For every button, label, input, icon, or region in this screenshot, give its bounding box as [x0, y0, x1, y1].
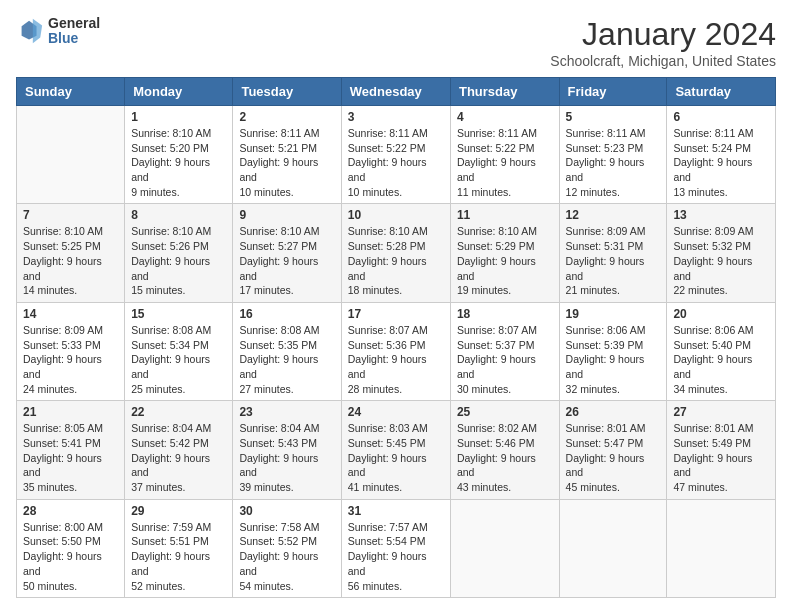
- weekday-header-tuesday: Tuesday: [233, 78, 341, 106]
- calendar-cell: 26 Sunrise: 8:01 AMSunset: 5:47 PMDaylig…: [559, 401, 667, 499]
- day-number: 10: [348, 208, 444, 222]
- logo-text: General Blue: [48, 16, 100, 47]
- day-info: Sunrise: 8:09 AMSunset: 5:33 PMDaylight:…: [23, 323, 118, 396]
- calendar-table: SundayMondayTuesdayWednesdayThursdayFrid…: [16, 77, 776, 598]
- weekday-header-thursday: Thursday: [450, 78, 559, 106]
- calendar-cell: 4 Sunrise: 8:11 AMSunset: 5:22 PMDayligh…: [450, 106, 559, 204]
- day-number: 26: [566, 405, 661, 419]
- day-number: 5: [566, 110, 661, 124]
- weekday-header-monday: Monday: [125, 78, 233, 106]
- day-info: Sunrise: 8:08 AMSunset: 5:34 PMDaylight:…: [131, 323, 226, 396]
- day-number: 6: [673, 110, 769, 124]
- day-number: 29: [131, 504, 226, 518]
- calendar-cell: 18 Sunrise: 8:07 AMSunset: 5:37 PMDaylig…: [450, 302, 559, 400]
- calendar-cell: 8 Sunrise: 8:10 AMSunset: 5:26 PMDayligh…: [125, 204, 233, 302]
- calendar-cell: 13 Sunrise: 8:09 AMSunset: 5:32 PMDaylig…: [667, 204, 776, 302]
- day-info: Sunrise: 8:02 AMSunset: 5:46 PMDaylight:…: [457, 421, 553, 494]
- weekday-header-sunday: Sunday: [17, 78, 125, 106]
- logo-general-text: General: [48, 16, 100, 31]
- day-info: Sunrise: 8:11 AMSunset: 5:21 PMDaylight:…: [239, 126, 334, 199]
- day-number: 8: [131, 208, 226, 222]
- week-row-1: 1 Sunrise: 8:10 AMSunset: 5:20 PMDayligh…: [17, 106, 776, 204]
- calendar-cell: 15 Sunrise: 8:08 AMSunset: 5:34 PMDaylig…: [125, 302, 233, 400]
- svg-marker-1: [33, 19, 42, 43]
- day-info: Sunrise: 8:06 AMSunset: 5:39 PMDaylight:…: [566, 323, 661, 396]
- day-number: 24: [348, 405, 444, 419]
- day-number: 25: [457, 405, 553, 419]
- day-info: Sunrise: 8:10 AMSunset: 5:26 PMDaylight:…: [131, 224, 226, 297]
- day-info: Sunrise: 8:07 AMSunset: 5:37 PMDaylight:…: [457, 323, 553, 396]
- calendar-cell: 3 Sunrise: 8:11 AMSunset: 5:22 PMDayligh…: [341, 106, 450, 204]
- day-info: Sunrise: 8:03 AMSunset: 5:45 PMDaylight:…: [348, 421, 444, 494]
- day-info: Sunrise: 7:58 AMSunset: 5:52 PMDaylight:…: [239, 520, 334, 593]
- calendar-cell: [559, 499, 667, 597]
- weekday-header-friday: Friday: [559, 78, 667, 106]
- day-number: 28: [23, 504, 118, 518]
- day-info: Sunrise: 8:08 AMSunset: 5:35 PMDaylight:…: [239, 323, 334, 396]
- day-info: Sunrise: 8:04 AMSunset: 5:43 PMDaylight:…: [239, 421, 334, 494]
- day-info: Sunrise: 8:10 AMSunset: 5:25 PMDaylight:…: [23, 224, 118, 297]
- day-info: Sunrise: 8:05 AMSunset: 5:41 PMDaylight:…: [23, 421, 118, 494]
- calendar-cell: 19 Sunrise: 8:06 AMSunset: 5:39 PMDaylig…: [559, 302, 667, 400]
- week-row-4: 21 Sunrise: 8:05 AMSunset: 5:41 PMDaylig…: [17, 401, 776, 499]
- calendar-cell: 23 Sunrise: 8:04 AMSunset: 5:43 PMDaylig…: [233, 401, 341, 499]
- day-info: Sunrise: 8:09 AMSunset: 5:31 PMDaylight:…: [566, 224, 661, 297]
- day-number: 23: [239, 405, 334, 419]
- day-info: Sunrise: 8:07 AMSunset: 5:36 PMDaylight:…: [348, 323, 444, 396]
- week-row-5: 28 Sunrise: 8:00 AMSunset: 5:50 PMDaylig…: [17, 499, 776, 597]
- day-number: 7: [23, 208, 118, 222]
- day-number: 2: [239, 110, 334, 124]
- calendar-cell: 2 Sunrise: 8:11 AMSunset: 5:21 PMDayligh…: [233, 106, 341, 204]
- day-number: 9: [239, 208, 334, 222]
- day-number: 1: [131, 110, 226, 124]
- calendar-cell: 1 Sunrise: 8:10 AMSunset: 5:20 PMDayligh…: [125, 106, 233, 204]
- calendar-cell: 30 Sunrise: 7:58 AMSunset: 5:52 PMDaylig…: [233, 499, 341, 597]
- calendar-cell: 20 Sunrise: 8:06 AMSunset: 5:40 PMDaylig…: [667, 302, 776, 400]
- calendar-header-row: SundayMondayTuesdayWednesdayThursdayFrid…: [17, 78, 776, 106]
- weekday-header-saturday: Saturday: [667, 78, 776, 106]
- calendar-cell: [667, 499, 776, 597]
- day-info: Sunrise: 8:10 AMSunset: 5:20 PMDaylight:…: [131, 126, 226, 199]
- day-info: Sunrise: 8:10 AMSunset: 5:28 PMDaylight:…: [348, 224, 444, 297]
- weekday-header-wednesday: Wednesday: [341, 78, 450, 106]
- calendar-cell: 7 Sunrise: 8:10 AMSunset: 5:25 PMDayligh…: [17, 204, 125, 302]
- week-row-2: 7 Sunrise: 8:10 AMSunset: 5:25 PMDayligh…: [17, 204, 776, 302]
- day-info: Sunrise: 8:01 AMSunset: 5:49 PMDaylight:…: [673, 421, 769, 494]
- day-info: Sunrise: 8:11 AMSunset: 5:22 PMDaylight:…: [348, 126, 444, 199]
- calendar-cell: 21 Sunrise: 8:05 AMSunset: 5:41 PMDaylig…: [17, 401, 125, 499]
- day-info: Sunrise: 8:11 AMSunset: 5:23 PMDaylight:…: [566, 126, 661, 199]
- calendar-cell: 9 Sunrise: 8:10 AMSunset: 5:27 PMDayligh…: [233, 204, 341, 302]
- day-info: Sunrise: 8:11 AMSunset: 5:24 PMDaylight:…: [673, 126, 769, 199]
- day-info: Sunrise: 7:59 AMSunset: 5:51 PMDaylight:…: [131, 520, 226, 593]
- calendar-cell: 14 Sunrise: 8:09 AMSunset: 5:33 PMDaylig…: [17, 302, 125, 400]
- calendar-cell: [450, 499, 559, 597]
- logo-blue-text: Blue: [48, 31, 100, 46]
- calendar-cell: 25 Sunrise: 8:02 AMSunset: 5:46 PMDaylig…: [450, 401, 559, 499]
- day-info: Sunrise: 8:09 AMSunset: 5:32 PMDaylight:…: [673, 224, 769, 297]
- day-number: 27: [673, 405, 769, 419]
- calendar-cell: 12 Sunrise: 8:09 AMSunset: 5:31 PMDaylig…: [559, 204, 667, 302]
- day-number: 4: [457, 110, 553, 124]
- day-number: 12: [566, 208, 661, 222]
- calendar-cell: [17, 106, 125, 204]
- day-number: 18: [457, 307, 553, 321]
- calendar-cell: 28 Sunrise: 8:00 AMSunset: 5:50 PMDaylig…: [17, 499, 125, 597]
- day-info: Sunrise: 8:10 AMSunset: 5:29 PMDaylight:…: [457, 224, 553, 297]
- calendar-cell: 16 Sunrise: 8:08 AMSunset: 5:35 PMDaylig…: [233, 302, 341, 400]
- day-number: 20: [673, 307, 769, 321]
- calendar-cell: 31 Sunrise: 7:57 AMSunset: 5:54 PMDaylig…: [341, 499, 450, 597]
- calendar-cell: 5 Sunrise: 8:11 AMSunset: 5:23 PMDayligh…: [559, 106, 667, 204]
- month-title: January 2024: [550, 16, 776, 53]
- day-number: 31: [348, 504, 444, 518]
- day-number: 21: [23, 405, 118, 419]
- week-row-3: 14 Sunrise: 8:09 AMSunset: 5:33 PMDaylig…: [17, 302, 776, 400]
- day-info: Sunrise: 7:57 AMSunset: 5:54 PMDaylight:…: [348, 520, 444, 593]
- logo-icon: [16, 17, 44, 45]
- logo: General Blue: [16, 16, 100, 47]
- day-info: Sunrise: 8:06 AMSunset: 5:40 PMDaylight:…: [673, 323, 769, 396]
- day-number: 17: [348, 307, 444, 321]
- day-number: 16: [239, 307, 334, 321]
- location-text: Schoolcraft, Michigan, United States: [550, 53, 776, 69]
- day-info: Sunrise: 8:04 AMSunset: 5:42 PMDaylight:…: [131, 421, 226, 494]
- title-block: January 2024 Schoolcraft, Michigan, Unit…: [550, 16, 776, 69]
